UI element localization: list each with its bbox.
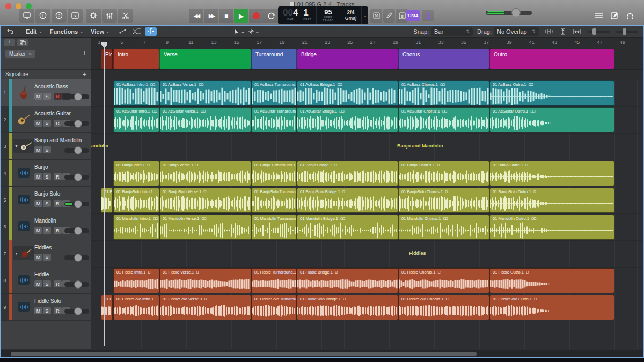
record-enable-button[interactable]: R — [54, 227, 62, 234]
track-header-3[interactable]: 3 ▼ Banjo and Mandolin MS — [1, 133, 91, 160]
audio-region[interactable]: 01 Banjo Turnaround.1 — [251, 161, 297, 186]
audio-region[interactable]: 01 Banjo Outro.1Ω — [489, 161, 614, 186]
rewind-button[interactable]: ◀◀ — [189, 9, 203, 23]
audio-region[interactable]: 01 FiddleSolo Outro.1Ω — [489, 295, 614, 320]
help-icon[interactable]: ? — [52, 9, 67, 23]
mute-button[interactable]: M — [34, 146, 42, 153]
track-volume-slider[interactable] — [64, 121, 89, 126]
track-header-4[interactable]: 4 Banjo MSRI — [1, 160, 91, 187]
disclosure-triangle-icon[interactable]: ▼ — [14, 144, 18, 148]
track-name[interactable]: Banjo Solo — [34, 191, 60, 197]
marker-lane-selector[interactable]: Marker⇅ — [5, 50, 35, 58]
track-header-6[interactable]: 6 Mandolin MSRI — [1, 213, 91, 240]
track-name[interactable]: Banjo — [34, 164, 48, 170]
autopunch-icon[interactable] — [370, 9, 382, 23]
audio-region[interactable]: 01 AcGuitar Chorus.1ΩΩ — [398, 107, 489, 132]
lcd-chevron-icon[interactable]: ⌄ — [362, 6, 368, 24]
audio-region[interactable]: 01 FiddleSolo Verse.3Ω — [159, 295, 251, 320]
bar-ruler[interactable]: 3579111315171921232527293133353739414345… — [91, 38, 643, 47]
arrangement-marker[interactable]: Verse — [159, 49, 251, 69]
track-volume-knob[interactable] — [74, 200, 82, 208]
add-signature-button[interactable]: + — [83, 71, 86, 78]
audio-region[interactable]: 01 AcBass Bridge.1ΩΩ — [297, 80, 398, 106]
metronome-button[interactable] — [422, 10, 434, 21]
inspector-info-icon[interactable]: i — [35, 9, 50, 23]
audio-region[interactable]: 01 AcBass Intro.1ΩΩ — [113, 80, 159, 106]
audio-region[interactable]: 01 AcGuitar Bridge.1ΩΩ — [297, 107, 398, 132]
track-header-1[interactable]: 1 Acoustic Bass MSRI — [1, 79, 91, 106]
track-lane-2[interactable]: 01 AcGuitar Intro.1ΩΩ01 AcGuitar Verse.1… — [91, 107, 643, 134]
audio-region[interactable]: 01 AcGuitar Intro.1ΩΩ — [113, 107, 159, 132]
solo-button[interactable]: S — [43, 93, 51, 100]
list-editors-icon[interactable] — [594, 10, 604, 21]
audio-region[interactable]: 01 Fiddle Verse.1Ω — [159, 268, 251, 293]
audio-region[interactable]: 01 AcGuitar Verse.1ΩΩ — [159, 107, 251, 132]
drag-dropdown[interactable]: No Overlap⇅ — [494, 27, 539, 36]
track-lane-4[interactable]: 01 Banjo Intro.1Ω01 Banjo Verse.1Ω01 Ban… — [91, 160, 643, 187]
audio-region[interactable]: 01 B — [101, 188, 113, 213]
audio-region[interactable]: 01 Banjo Chorus.1Ω — [398, 161, 489, 186]
mute-button[interactable]: M — [34, 200, 42, 207]
play-button[interactable]: ▶ — [234, 9, 248, 23]
cycle-button[interactable] — [264, 9, 279, 23]
mute-button[interactable]: M — [34, 120, 42, 127]
solo-button[interactable]: S — [43, 173, 51, 180]
audio-region[interactable]: 01 FiddleSolo Turnaroun — [251, 295, 297, 320]
horizontal-scroll-thumb[interactable] — [11, 352, 477, 356]
audio-region[interactable]: 01 FiddleSolo Chorus.1Ω — [398, 295, 489, 320]
arrangement-marker[interactable]: Outro — [489, 49, 614, 69]
track-volume-knob[interactable] — [74, 254, 82, 262]
audio-region[interactable]: 01 Fiddle Bridge.1Ω — [297, 268, 398, 293]
audio-region[interactable]: 01 Mandolin Verse.1ΩΩ — [159, 215, 251, 240]
track-lane-6[interactable]: 01 Mandolin Intro.1ΩΩ01 Mandolin Verse.1… — [91, 214, 643, 241]
waveform-zoom-icon[interactable] — [543, 27, 555, 36]
stop-button[interactable]: ■ — [219, 9, 233, 23]
track-header-5[interactable]: 5 Banjo Solo MSRI — [1, 187, 91, 213]
track-header-7[interactable]: 7 ▼ Fiddles MS — [1, 240, 91, 267]
record-enable-button[interactable]: R — [54, 173, 62, 180]
volume-knob[interactable] — [511, 8, 521, 17]
audio-region[interactable]: 01 AcBass Turnaround.1 — [251, 80, 297, 106]
audio-region[interactable]: 01 Banjo Verse.1Ω — [159, 161, 251, 186]
solo-button[interactable]: S — [43, 146, 51, 153]
solo-button[interactable]: S — [43, 307, 51, 314]
arrangement-marker[interactable]: Bridge — [297, 49, 398, 69]
count-in-button[interactable]: 1234 — [406, 10, 420, 21]
mute-button[interactable]: M — [34, 93, 42, 100]
track-name[interactable]: Fiddle Solo — [34, 298, 61, 304]
track-volume-knob[interactable] — [74, 93, 82, 101]
audio-region[interactable]: 01 BanjoSolo Turnaround — [251, 188, 297, 213]
track-volume-knob[interactable] — [74, 120, 82, 128]
low-latency-pencil-icon[interactable] — [383, 9, 395, 23]
smart-controls-icon[interactable] — [86, 9, 101, 23]
audio-region[interactable]: 01 FiddleSolo Bridge.1Ω — [297, 295, 398, 320]
track-lane-3[interactable]: andolinBanjo and Mandolin — [91, 134, 643, 160]
arrangement-marker[interactable]: Turnaround — [251, 49, 297, 69]
pointer-tool-menu[interactable]: ⌄ — [234, 27, 246, 36]
track-lane-8[interactable]: 01 Fiddle Intro.1Ω01 Fiddle Verse.1Ω01 F… — [91, 268, 643, 294]
audio-region[interactable]: 01 Fiddle Outro.1Ω — [489, 268, 614, 293]
audio-region[interactable]: 01 AcBass Chorus.1ΩΩ — [398, 80, 489, 106]
master-volume-slider[interactable] — [486, 11, 532, 15]
snap-dropdown[interactable]: Bar⇅ — [431, 27, 473, 36]
vertical-auto-zoom-icon[interactable] — [557, 27, 569, 36]
stack-icon-button[interactable]: ▼ — [13, 246, 34, 260]
catch-playhead-button[interactable] — [145, 27, 157, 36]
solo-button[interactable]: S — [43, 200, 51, 207]
add-track-button[interactable]: + — [4, 39, 15, 46]
flex-crossfade-icon[interactable] — [131, 27, 143, 36]
stack-icon-button[interactable]: ▼ — [13, 139, 34, 153]
vertical-zoom-slider[interactable] — [588, 31, 610, 33]
track-lane-5[interactable]: 01 B01 BanjoSolo Intro.101 BanjoSolo Ver… — [91, 187, 643, 214]
horizontal-scrollbar[interactable] — [1, 350, 643, 357]
track-volume-slider[interactable] — [64, 309, 89, 314]
automation-icon[interactable] — [117, 27, 129, 36]
track-volume-knob[interactable] — [74, 146, 82, 154]
track-area[interactable]: 3579111315171921232527293133353739414345… — [91, 38, 643, 349]
track-volume-knob[interactable] — [74, 227, 82, 235]
track-name[interactable]: Fiddle — [34, 271, 49, 277]
track-name[interactable]: Mandolin — [34, 218, 56, 224]
record-enable-button[interactable]: R — [54, 120, 62, 127]
track-name[interactable]: Banjo and Mandolin — [34, 137, 82, 143]
functions-menu[interactable]: Functions⌄ — [50, 28, 83, 35]
